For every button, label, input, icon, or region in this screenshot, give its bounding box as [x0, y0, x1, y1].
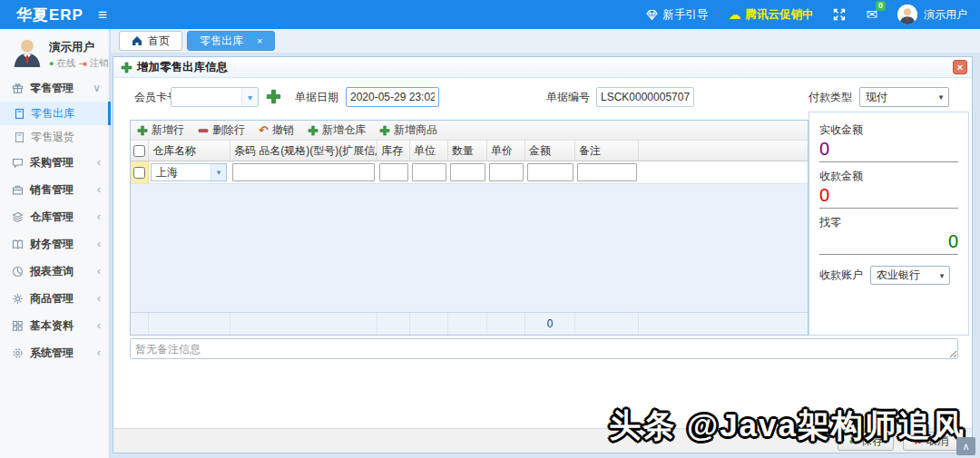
- bill-date-label: 单据日期: [295, 87, 338, 107]
- col-amount: 金额: [525, 141, 575, 161]
- grid-icon: [12, 320, 24, 332]
- add-warehouse-button[interactable]: 新增仓库: [308, 122, 366, 138]
- avatar: [897, 5, 917, 24]
- user-menu[interactable]: 演示用户: [897, 5, 967, 24]
- sidebar-item-finance[interactable]: 财务管理 ‹: [0, 230, 109, 258]
- sidebar-item-sales[interactable]: 销售管理 ‹: [0, 176, 109, 203]
- close-icon[interactable]: ×: [953, 60, 967, 74]
- tab-retail-outbound[interactable]: 零售出库 ×: [187, 31, 275, 51]
- row-checkbox[interactable]: [133, 167, 145, 179]
- app-logo: 华夏ERP: [0, 5, 83, 25]
- sidebar-item-purchase[interactable]: 采购管理 ‹: [0, 149, 109, 176]
- topbar: 华夏ERP ≡ 新手引导 ☁ 腾讯云促销中 ✉ 0 演示用户: [0, 0, 980, 29]
- row-remark-input[interactable]: [577, 163, 637, 181]
- sidebar-menu: 零售管理 ∨ 零售出库 零售退货 采购管理 ‹ 销售管理 ‹ 仓库管理 ‹: [0, 74, 109, 366]
- warehouse-value: 上海: [152, 165, 211, 180]
- member-card-combobox[interactable]: ▾: [171, 87, 259, 107]
- chevron-left-icon: ‹: [97, 210, 101, 223]
- sidebar-item-system[interactable]: 系统管理 ‹: [0, 339, 109, 366]
- user-status-row: ● 在线 ⇥ 注销: [49, 57, 109, 70]
- received-value[interactable]: 0: [819, 184, 958, 209]
- unit-input[interactable]: [412, 163, 446, 181]
- close-icon[interactable]: ×: [257, 36, 262, 46]
- table-row: 上海 ▾: [131, 161, 808, 184]
- pay-type-select[interactable]: 现付 ▾: [859, 87, 949, 107]
- gift-icon: [12, 83, 24, 94]
- online-label: 在线: [56, 57, 75, 70]
- qty-input[interactable]: [450, 163, 485, 181]
- hamburger-menu-icon[interactable]: ≡: [98, 7, 107, 23]
- price-input[interactable]: [489, 163, 524, 181]
- home-icon: [132, 35, 142, 46]
- topbar-right: 新手引导 ☁ 腾讯云促销中 ✉ 0 演示用户: [646, 5, 980, 24]
- fullscreen-icon[interactable]: [833, 8, 846, 21]
- guide-label: 新手引导: [662, 7, 708, 23]
- sidebar-item-retail-outbound[interactable]: 零售出库: [0, 102, 109, 125]
- col-qty: 数量: [448, 141, 487, 161]
- online-dot-icon: ●: [49, 59, 54, 68]
- account-select[interactable]: 农业银行 ▾: [870, 266, 950, 285]
- sidebar-item-retail[interactable]: 零售管理 ∨: [0, 74, 109, 102]
- minus-icon: [198, 125, 209, 136]
- col-remark: 备注: [575, 141, 639, 161]
- flower-icon: [12, 293, 24, 305]
- sidebar-item-goods[interactable]: 商品管理 ‹: [0, 285, 109, 312]
- select-arrow-icon: ▾: [934, 93, 948, 102]
- delete-row-button[interactable]: 删除行: [198, 122, 245, 138]
- chat-icon: [12, 157, 24, 169]
- sidebar-username: 演示用户: [49, 40, 94, 55]
- combo-arrow-icon[interactable]: ▾: [241, 88, 258, 106]
- stock-input[interactable]: [379, 163, 408, 181]
- promo-link[interactable]: ☁ 腾讯云促销中: [728, 7, 813, 23]
- undo-button[interactable]: ↶ 撤销: [259, 122, 294, 138]
- select-all-checkbox[interactable]: [133, 145, 145, 157]
- menu-label: 财务管理: [30, 237, 74, 252]
- sidebar-item-reports[interactable]: 报表查询 ‹: [0, 258, 109, 285]
- document-icon: [14, 108, 25, 120]
- grid-header: 仓库名称 条码 品名(规格)(型号)(扩展信息)(单位) 库存 单位 数量 单价…: [131, 141, 808, 161]
- warehouse-combobox[interactable]: 上海 ▾: [151, 163, 227, 181]
- payment-summary-panel: 实收金额 0 收款金额 0 找零 0 收款账户 农业银行 ▾: [808, 112, 969, 336]
- barcode-name-input[interactable]: [232, 163, 375, 181]
- menu-label: 销售管理: [30, 182, 74, 198]
- plus-icon: [379, 125, 390, 136]
- dialog-title: 增加零售出库信息: [137, 60, 228, 75]
- scroll-top-button[interactable]: ∧: [956, 437, 975, 455]
- chevron-left-icon: ‹: [97, 183, 101, 196]
- add-goods-button[interactable]: 新增商品: [379, 122, 437, 138]
- remark-textarea[interactable]: [130, 338, 958, 359]
- add-retail-outbound-dialog: 增加零售出库信息 × 会员卡号 ▾ 单据日期 单据编号 付款类型 现付 ▾: [113, 56, 973, 453]
- sidebar-item-warehouse[interactable]: 仓库管理 ‹: [0, 203, 109, 230]
- logout-icon[interactable]: ⇥: [78, 58, 86, 70]
- grid-footer: 0: [131, 312, 808, 335]
- sidebar-item-retail-return[interactable]: 零售退货: [0, 125, 109, 149]
- sidebar-user-card: 演示用户 ● 在线 ⇥ 注销: [0, 29, 109, 74]
- bill-date-input[interactable]: [346, 87, 439, 107]
- plus-icon: [137, 125, 148, 136]
- select-arrow-icon: ▾: [935, 271, 949, 280]
- tab-home[interactable]: 首页: [119, 31, 182, 51]
- paid-value[interactable]: 0: [819, 138, 958, 162]
- account-row: 收款账户 农业银行 ▾: [819, 266, 958, 285]
- bill-no-label: 单据编号: [546, 87, 590, 107]
- tab-bar: 首页 零售出库 ×: [111, 29, 980, 54]
- menu-label: 报表查询: [30, 264, 74, 279]
- add-icon: [121, 62, 132, 73]
- guide-link[interactable]: 新手引导: [646, 7, 708, 23]
- bill-no-input[interactable]: [596, 87, 694, 107]
- change-label: 找零: [819, 215, 958, 230]
- sidebar-item-basic-data[interactable]: 基本资料 ‹: [0, 312, 109, 339]
- logout-label[interactable]: 注销: [90, 57, 109, 70]
- dialog-header: 增加零售出库信息 ×: [113, 57, 972, 78]
- tab-label: 首页: [148, 34, 170, 49]
- briefcase-icon: [12, 184, 24, 196]
- add-member-button[interactable]: [266, 89, 281, 104]
- add-row-button[interactable]: 新增行: [137, 122, 184, 138]
- col-filler: [639, 141, 808, 161]
- amount-input[interactable]: [527, 163, 573, 181]
- messages-button[interactable]: ✉ 0: [866, 6, 877, 23]
- avatar: [11, 34, 44, 67]
- received-label: 收款金额: [819, 169, 958, 184]
- chevron-left-icon: ‹: [97, 346, 101, 359]
- cloud-icon: ☁: [728, 8, 740, 21]
